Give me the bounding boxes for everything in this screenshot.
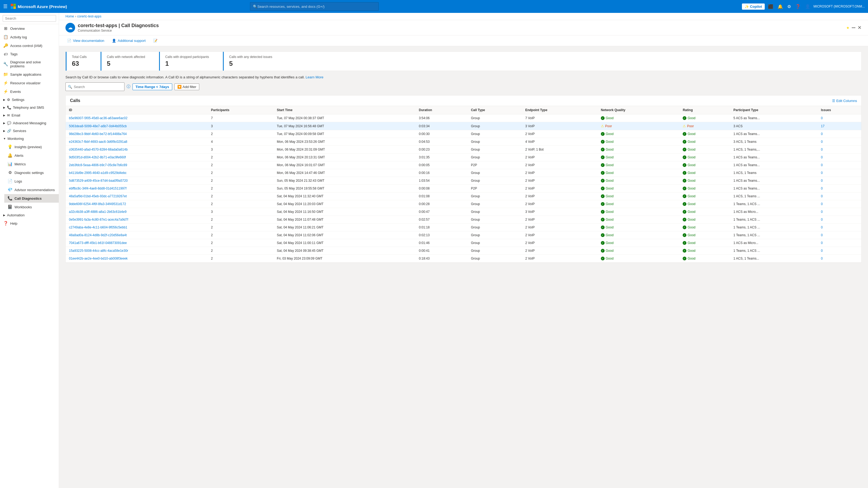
settings-icon[interactable]: ⚙ (786, 3, 792, 10)
help-icon[interactable]: ❓ (794, 3, 802, 10)
automation-group-header[interactable]: ▶ Automation (0, 211, 59, 219)
sidebar-item-activity-log[interactable]: 📋 Activity log (0, 33, 59, 41)
breadcrumb-resource[interactable]: corertc-test-apps (77, 15, 101, 18)
call-id-link[interactable]: 01ee442b-ae2e-4ee0-bd10-ab008f3eeek (69, 257, 128, 260)
sidebar-item-sample-apps[interactable]: 📁 Sample applications (0, 70, 59, 79)
time-range-filter[interactable]: Time Range < 7days (132, 84, 172, 90)
learn-more-link[interactable]: Learn More (306, 75, 323, 79)
table-row[interactable]: 48a5af9d-01bd-45eb-93dc-a77219267et 2 Sa… (66, 193, 861, 200)
call-id-link[interactable]: c2749aba-4e8e-4c11-b604-9f056c5ebb1 (69, 226, 127, 229)
services-header[interactable]: ▶ 🔗 Services (0, 127, 59, 135)
table-row[interactable]: 98d28bc3-9bbf-4b60-be72-bf14488a764 2 Tu… (66, 130, 861, 138)
search-info-icon[interactable]: ⓘ (127, 84, 130, 89)
copilot-button[interactable]: ✨ Copilot (742, 3, 765, 10)
table-row[interactable]: 9dde606f-6254-4f6f-8fa3-34f49531d172 2 S… (66, 200, 861, 208)
table-row[interactable]: 01ee442b-ae2e-4ee0-bd10-ab008f3eeek 2 Fr… (66, 255, 861, 262)
user-account[interactable]: MICROSOFT (MICROSOFT.ONM... (813, 5, 865, 8)
add-filter-button[interactable]: 🔽 Add filter (174, 84, 199, 90)
col-id[interactable]: ID (66, 106, 208, 114)
col-call-type[interactable]: Call Type (468, 106, 522, 114)
call-id-link[interactable]: 48a8ad0a-8124-4d8b-9d2f-c20d56e8a4t (69, 233, 127, 237)
sidebar-item-overview[interactable]: ⊞ Overview (0, 24, 59, 33)
edit-columns-button[interactable]: ☰ Edit Columns (832, 99, 857, 103)
breadcrumb-home[interactable]: Home (65, 15, 74, 18)
col-rating[interactable]: Rating (679, 106, 730, 114)
global-search[interactable]: 🔍 (250, 2, 379, 11)
table-row[interactable]: 9d503f1d-d004-42b2-8b71-e0ac9fe660f 2 Mo… (66, 153, 861, 161)
sidebar-item-workbooks[interactable]: 📓 Workbooks (4, 203, 59, 211)
search-input[interactable] (257, 5, 376, 8)
table-row[interactable]: 5d873529-a409-45ce-87d4-baa0f9a5720 2 Su… (66, 177, 861, 185)
feedback-icon[interactable]: 👤 (804, 3, 811, 10)
sidebar-item-call-diagnostics[interactable]: 📞 Call Diagnostics (4, 194, 59, 203)
col-start-time[interactable]: Start Time (274, 106, 416, 114)
additional-support-button[interactable]: 👤 Additional support (110, 37, 147, 44)
calls-search-input[interactable] (74, 85, 122, 89)
sidebar-item-access-control[interactable]: 🔑 Access control (IAM) (0, 41, 59, 50)
advanced-messaging-header[interactable]: ▶ 💬 Advanced Messaging (0, 119, 59, 127)
call-id-link[interactable]: 9d503f1d-d004-42b2-8b71-e0ac9fe660f (69, 155, 126, 159)
settings-group-header[interactable]: ▶ ⚙ Settings (0, 96, 59, 104)
table-row[interactable]: 7041a673-dfff-45b1-b61f-048873091dee 2 S… (66, 239, 861, 247)
call-id-link[interactable]: b5e96007-5f05-45d0-ac36-a63aee6ac02 (69, 116, 127, 120)
content-area: Total Calls 63 Calls with network affect… (59, 46, 868, 268)
table-row[interactable]: a32c4b38-a3ff-4886-a8a1-2b63c61b4e9 3 Sa… (66, 208, 861, 216)
table-row[interactable]: b5e96007-5f05-45d0-ac36-a63aee6ac02 7 Tu… (66, 114, 861, 122)
table-row[interactable]: e24363c7-fbbf-4693-aac6-3d6f9c0291a8 4 M… (66, 138, 861, 146)
sidebar-item-events[interactable]: ⚡ Events (0, 87, 59, 96)
table-row[interactable]: 15a93225-5008-44cc-a8fc-4aca58e1e30r 2 S… (66, 247, 861, 255)
table-row[interactable]: 2eb3fdc8-5eaa-4806-b9c7-05c8e7b6c89 2 Mo… (66, 161, 861, 169)
call-id-link[interactable]: b4116d9e-2995-4640-a1d9-c9529d4ebc (69, 171, 127, 175)
email-group-header[interactable]: ▶ ✉ Email (0, 111, 59, 119)
table-row[interactable]: 5063dea8-5099-48e7-a6b7-0d44b055cb 3 Tue… (66, 122, 861, 130)
monitoring-group-header[interactable]: ▼ Monitoring (0, 135, 59, 143)
cell-issues: 17 (817, 122, 861, 130)
sidebar-item-diagnose[interactable]: 🔧 Diagnose and solve problems (0, 58, 59, 70)
col-network-quality[interactable]: Network Quality (598, 106, 679, 114)
call-id-link[interactable]: e24363c7-fbbf-4693-aac6-3d6f9c0291a8 (69, 140, 127, 144)
sidebar-item-advisor-rec[interactable]: 💎 Advisor recommendations (4, 185, 59, 194)
notifications-icon[interactable]: 🔔 (777, 3, 784, 10)
col-participants[interactable]: Participants (208, 106, 274, 114)
call-id-link[interactable]: 2eb3fdc8-5eaa-4806-b9c7-05c8e7b6c89 (69, 163, 127, 167)
call-id-link[interactable]: 0e5e3991-fa3a-4c80-87e1-acec4a7a9d7f (69, 218, 128, 222)
more-options-button[interactable]: ••• (851, 26, 856, 30)
col-duration[interactable]: Duration (416, 106, 468, 114)
telephony-group-header[interactable]: ▶ 📞 Telephony and SMS (0, 104, 59, 111)
col-issues[interactable]: Issues (817, 106, 861, 114)
favorite-star[interactable]: ★ (846, 26, 849, 30)
call-id-link[interactable]: 9dde606f-6254-4f6f-8fa3-34f49531d172 (69, 202, 126, 206)
sidebar-search-input[interactable] (3, 15, 56, 22)
col-participant-type[interactable]: Participant Type (730, 106, 817, 114)
table-row[interactable]: 0e5e3991-fa3a-4c80-87e1-acec4a7a9d7f 2 S… (66, 216, 861, 224)
call-id-link[interactable]: 5d873529-a409-45ce-87d4-baa0f9a5720 (69, 179, 128, 182)
call-id-link[interactable]: 5063dea8-5099-48e7-a6b7-0d44b055cb (69, 124, 127, 128)
sidebar-item-help[interactable]: ❓ Help (0, 219, 59, 228)
view-documentation-button[interactable]: 📄 View documentation (65, 37, 106, 44)
sidebar-item-tags[interactable]: 🏷 Tags (0, 50, 59, 58)
call-id-link[interactable]: 15a93225-5008-44cc-a8fc-4aca58e1e30r (69, 249, 128, 253)
table-row[interactable]: 48a8ad0a-8124-4d8b-9d2f-c20d56e8a4t 2 Sa… (66, 231, 861, 239)
sidebar-item-resource-viz[interactable]: ⚡ Resource visualizer (0, 79, 59, 87)
table-row[interactable]: c2749aba-4e8e-4c11-b604-9f056c5ebb1 2 Sa… (66, 224, 861, 231)
sidebar-item-diag-settings[interactable]: ⚙ Diagnostic settings (4, 168, 59, 177)
col-endpoint-type[interactable]: Endpoint Type (522, 106, 598, 114)
sidebar-item-metrics[interactable]: 📊 Metrics (4, 160, 59, 168)
sidebar-item-insights[interactable]: 💡 Insights (preview) (4, 143, 59, 151)
call-id-link[interactable]: c0635440-afad-4570-8284-68ada0a614b (69, 148, 128, 151)
calls-search-box[interactable]: 🔍 (65, 82, 124, 91)
hamburger-menu[interactable]: ☰ (3, 3, 7, 9)
close-button[interactable]: ✕ (858, 25, 862, 31)
call-id-link[interactable]: 48a5af9d-01bd-45eb-93dc-a77219267et (69, 194, 127, 198)
call-id-link[interactable]: a32c4b38-a3ff-4886-a8a1-2b63c61b4e9 (69, 210, 127, 214)
sidebar-item-logs[interactable]: 📄 Logs (4, 177, 59, 185)
call-id-link[interactable]: 98d28bc3-9bbf-4b60-be72-bf14488a764 (69, 132, 127, 136)
table-row[interactable]: ebffbc8c-34f4-4ae8-8dd8-01d41511997f 2 S… (66, 185, 861, 193)
table-row[interactable]: b4116d9e-2995-4640-a1d9-c9529d4ebc 2 Mon… (66, 169, 861, 177)
table-row[interactable]: c0635440-afad-4570-8284-68ada0a614b 3 Mo… (66, 146, 861, 153)
shell-menu-icon[interactable]: ⬛ (767, 3, 774, 10)
sidebar-item-alerts[interactable]: 🔔 Alerts (4, 151, 59, 160)
call-id-link[interactable]: 7041a673-dfff-45b1-b61f-048873091dee (69, 241, 127, 245)
feedback-button[interactable]: 📝 (152, 37, 159, 44)
call-id-link[interactable]: ebffbc8c-34f4-4ae8-8dd8-01d41511997f (69, 186, 127, 190)
